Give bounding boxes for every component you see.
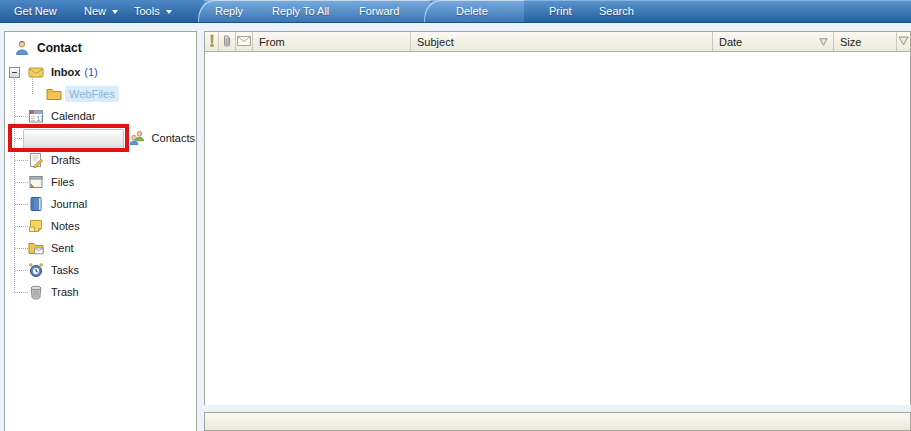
chevron-down-icon xyxy=(166,10,172,14)
filter-icon xyxy=(898,36,909,48)
column-importance[interactable] xyxy=(205,32,219,51)
column-date[interactable]: Date xyxy=(713,32,834,51)
column-filter-menu[interactable] xyxy=(897,32,910,51)
tools-menu-button[interactable]: Tools xyxy=(134,0,172,22)
journal-icon xyxy=(28,196,44,212)
sidebar-item-tasks[interactable]: Tasks xyxy=(6,259,195,281)
column-size[interactable]: Size xyxy=(834,32,897,51)
sidebar-item-trash[interactable]: Trash xyxy=(6,281,195,303)
trash-icon xyxy=(28,284,44,300)
tasks-icon xyxy=(28,262,44,278)
sidebar-item-label: Journal xyxy=(51,198,87,210)
sidebar-item-calendar[interactable]: 17 Calendar xyxy=(6,105,195,127)
reply-to-all-button[interactable]: Reply To All xyxy=(272,0,329,22)
get-new-button[interactable]: Get New xyxy=(14,0,57,22)
forward-button[interactable]: Forward xyxy=(359,0,399,22)
webmail-app: { "toolbar": { "get_new": "Get New", "ne… xyxy=(0,0,911,431)
column-from[interactable]: From xyxy=(253,32,411,51)
reply-button[interactable]: Reply xyxy=(215,0,243,22)
contacts-icon xyxy=(129,130,145,146)
print-button[interactable]: Print xyxy=(549,0,572,22)
sidebar-item-label: Drafts xyxy=(51,154,80,166)
folder-icon xyxy=(46,86,62,102)
folder-sidebar: Contact Inbox (1) WebFiles 17 Calendar C… xyxy=(4,31,197,431)
new-menu-button[interactable]: New xyxy=(84,0,118,22)
sidebar-item-label: Notes xyxy=(51,220,80,232)
sidebar-item-sent[interactable]: Sent xyxy=(6,237,195,259)
sidebar-title: Contact xyxy=(5,37,82,59)
message-list-header: From Subject Date Size xyxy=(205,32,910,52)
search-button[interactable]: Search xyxy=(599,0,634,22)
delete-button[interactable]: Delete xyxy=(456,0,488,22)
column-read-status[interactable] xyxy=(236,32,253,51)
drafts-icon xyxy=(28,152,44,168)
column-label: Date xyxy=(719,36,742,48)
sidebar-title-label: Contact xyxy=(37,41,82,55)
sidebar-item-label: Tasks xyxy=(51,264,79,276)
column-label: Subject xyxy=(417,36,454,48)
sidebar-item-notes[interactable]: Notes xyxy=(6,215,195,237)
unread-count: (1) xyxy=(84,66,97,78)
toolbar: Get New New Tools Reply Reply To All For… xyxy=(0,0,911,23)
sidebar-item-webfiles[interactable]: WebFiles xyxy=(6,83,195,105)
chevron-down-icon xyxy=(112,10,118,14)
person-icon xyxy=(14,40,30,56)
sidebar-item-label: Files xyxy=(51,176,74,188)
column-label: From xyxy=(259,36,285,48)
message-list-panel: From Subject Date Size xyxy=(204,31,911,405)
sidebar-item-label: WebFiles xyxy=(65,86,119,102)
sidebar-item-journal[interactable]: Journal xyxy=(6,193,195,215)
sidebar-item-label: Contacts xyxy=(152,132,195,144)
column-attachment[interactable] xyxy=(219,32,236,51)
sort-descending-icon xyxy=(819,36,828,48)
paperclip-icon xyxy=(221,34,233,50)
calendar-icon: 17 xyxy=(28,108,44,124)
notes-icon xyxy=(28,218,44,234)
files-icon xyxy=(28,174,44,190)
sidebar-item-label: Trash xyxy=(51,286,79,298)
message-list-body[interactable] xyxy=(205,52,910,405)
selected-item-background xyxy=(23,129,124,149)
preview-pane-header xyxy=(204,412,911,431)
sidebar-item-drafts[interactable]: Drafts xyxy=(6,149,195,171)
sidebar-item-label: Inbox xyxy=(51,66,80,78)
svg-text:17: 17 xyxy=(37,115,45,122)
envelope-icon xyxy=(237,36,251,48)
collapse-toggle-icon[interactable] xyxy=(9,67,20,78)
importance-icon xyxy=(208,34,216,50)
inbox-icon xyxy=(28,64,44,80)
column-label: Size xyxy=(840,36,861,48)
sent-icon xyxy=(28,240,44,256)
sidebar-item-label: Calendar xyxy=(51,110,96,122)
sidebar-item-contacts[interactable]: Contacts xyxy=(6,127,195,149)
sidebar-item-inbox[interactable]: Inbox (1) xyxy=(6,61,195,83)
sidebar-item-files[interactable]: Files xyxy=(6,171,195,193)
column-subject[interactable]: Subject xyxy=(411,32,713,51)
sidebar-item-label: Sent xyxy=(51,242,74,254)
